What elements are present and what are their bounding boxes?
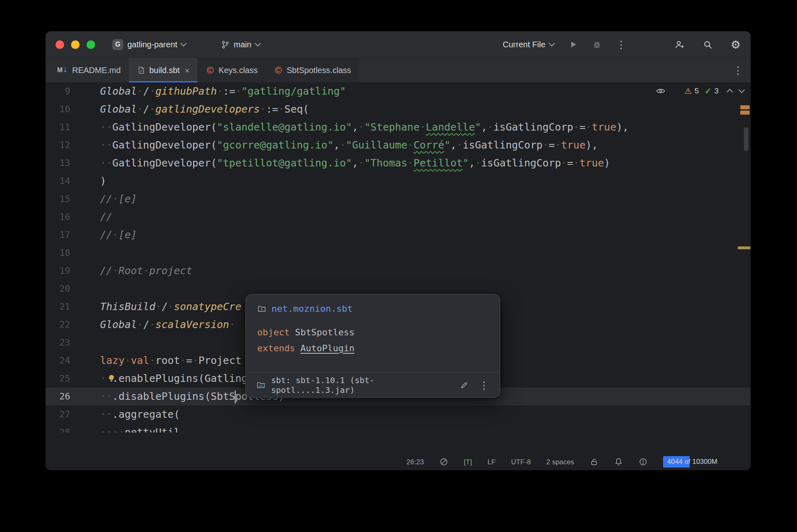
encoding-widget[interactable]: UTF-8 [511,459,531,466]
more-actions-button[interactable]: ⋮ [616,40,626,50]
title-bar: G gatling-parent main Current File [46,31,750,58]
line-number[interactable]: 16 [46,208,70,226]
status-bar: 26:23 [T] LF UTF-8 2 spaces [46,454,750,470]
close-tab-icon[interactable]: × [185,66,189,75]
code-text[interactable]: //·Root·project [100,262,192,280]
notifications-bell-icon[interactable] [614,457,623,466]
minimize-window-button[interactable] [71,40,80,49]
line-number[interactable]: 15 [46,190,70,208]
scrollbar-warning-marker[interactable] [740,111,750,115]
tab-build-sbt[interactable]: build.sbt × [129,58,198,82]
memory-indicator-widget[interactable]: 4044 of 10300M [663,456,741,468]
code-with-me-button[interactable] [675,40,685,50]
code-text[interactable]: Global·/·githubPath·:=·"gatling/gatling" [100,82,346,100]
caret-position-widget[interactable]: 26:23 [407,459,424,466]
project-widget[interactable]: G gatling-parent [112,39,186,50]
code-line[interactable]: 17//·[e] [46,226,750,244]
code-text[interactable]: Global·/·scalaVersion· [100,316,235,334]
line-number[interactable]: 18 [46,244,70,262]
code-line[interactable]: 27··.aggregate( [46,406,750,423]
library-source-label: sbt: sbt-1.10.1 (sbt-spotl....1.3.jar) [271,375,454,395]
code-line[interactable]: 15//·[e] [46,190,750,208]
tab-sbtspotless-class[interactable]: SbtSpotless.class [266,58,359,82]
edit-pencil-icon[interactable] [460,381,468,389]
code-text[interactable]: ··.enablePlugins(Gatling [100,370,247,388]
project-name: gatling-parent [127,40,177,49]
warnings-indicator[interactable]: ⚠ 5 [684,86,699,95]
code-text[interactable]: ··GatlingDeveloper("gcorre@gatling.io",·… [100,136,598,154]
line-number[interactable]: 9 [46,82,70,100]
line-number[interactable]: 26 [46,388,70,406]
maximize-window-button[interactable] [87,40,95,49]
package-name-link[interactable]: net.moznion.sbt [272,304,353,314]
code-text[interactable]: ThisBuild·/·sonatypeCre [100,298,241,316]
tab-list-more-icon[interactable]: ⋮ [733,65,743,75]
previous-problem-chevron-icon[interactable] [727,89,733,95]
code-text[interactable]: //·[e] [100,190,137,208]
code-text[interactable]: ··GatlingDeveloper("tpetillot@gatling.io… [100,154,610,172]
code-line[interactable]: 12··GatlingDeveloper("gcorre@gatling.io"… [46,136,750,154]
run-configuration-selector[interactable]: Current File [503,40,554,49]
code-text[interactable]: // [100,208,112,226]
package-icon [257,304,266,313]
settings-gear-icon[interactable]: ⚙ [731,39,741,50]
parent-class-link[interactable]: AutoPlugin [301,343,354,353]
line-number[interactable]: 22 [46,316,70,334]
scala-class-icon [274,66,283,74]
debug-button[interactable] [592,40,601,49]
intention-bulb-icon[interactable] [107,374,116,383]
scrollbar-thumb[interactable] [744,127,748,151]
tab-readme[interactable]: M↓ README.md [49,58,129,82]
scrollbar-warning-marker[interactable] [740,105,750,109]
code-line[interactable]: 14) [46,172,750,190]
highlighting-off-icon[interactable] [439,457,448,466]
line-number[interactable]: 21 [46,298,70,316]
search-everywhere-button[interactable] [703,40,713,50]
next-problem-chevron-icon[interactable] [739,87,745,93]
code-text[interactable]: lazy·val·root·=·Project [100,352,241,370]
close-window-button[interactable] [56,40,64,49]
object-name: SbtSpotless [295,327,354,337]
indent-widget[interactable]: 2 spaces [546,459,574,466]
line-number[interactable]: 17 [46,226,70,244]
code-line[interactable]: 11··GatlingDeveloper("slandelle@gatling.… [46,118,750,136]
editor-area[interactable]: 9Global·/·githubPath·:=·"gatling/gatling… [46,82,750,454]
code-line[interactable]: 16// [46,208,750,226]
code-line[interactable]: 9Global·/·githubPath·:=·"gatling/gatling… [46,82,750,100]
tab-keys-class[interactable]: Keys.class [198,58,266,82]
code-line[interactable]: 13··GatlingDeveloper("tpetillot@gatling.… [46,154,750,172]
line-number[interactable]: 19 [46,262,70,280]
scrollbar-change-marker[interactable] [738,246,750,249]
error-indicator-icon[interactable] [639,457,648,466]
unlock-icon[interactable] [590,457,599,466]
popup-more-actions-icon[interactable]: ⋮ [479,380,489,390]
line-number[interactable]: 20 [46,280,70,298]
code-text[interactable]: ) [100,172,106,190]
code-text[interactable]: ··GatlingDeveloper("slandelle@gatling.io… [100,118,629,136]
line-number[interactable]: 10 [46,100,70,118]
t-badge[interactable]: [T] [464,459,472,466]
warnings-count: 5 [695,86,699,95]
line-number[interactable]: 27 [46,406,70,423]
code-text[interactable]: ····nettyUtil [100,423,180,432]
code-line[interactable]: 19//·Root·project [46,262,750,280]
line-separator-widget[interactable]: LF [488,459,496,466]
code-text[interactable]: //·[e] [100,226,137,244]
line-number[interactable]: 12 [46,136,70,154]
passed-indicator[interactable]: ✓ 3 [705,86,719,95]
line-number[interactable]: 11 [46,118,70,136]
vcs-branch-widget[interactable]: main [221,40,260,49]
code-line[interactable]: 18 [46,244,750,262]
code-line[interactable]: 10Global·/·gatlingDevelopers·:=·Seq( [46,100,750,118]
line-number[interactable]: 13 [46,154,70,172]
line-number[interactable]: 25 [46,370,70,388]
code-text[interactable]: Global·/·gatlingDevelopers·:=·Seq( [100,100,309,118]
line-number[interactable]: 28 [46,423,70,432]
reader-mode-eye-icon[interactable] [656,86,666,95]
run-button[interactable] [569,40,578,49]
code-line[interactable]: 28····nettyUtil [46,423,750,432]
line-number[interactable]: 14 [46,172,70,190]
line-number[interactable]: 24 [46,352,70,370]
line-number[interactable]: 23 [46,334,70,352]
code-text[interactable]: ··.aggregate( [100,406,180,423]
